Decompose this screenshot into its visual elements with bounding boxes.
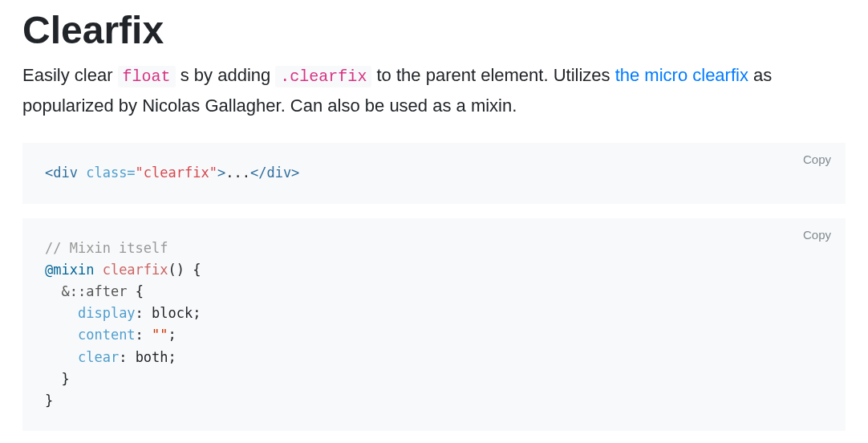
code-token: { [136,283,144,299]
inline-code-clearfix: .clearfix [275,66,371,87]
copy-button[interactable]: Copy [803,152,831,166]
code-example-html: Copy <div class="clearfix">...</div> [22,143,846,203]
inline-code-float: float [118,66,176,87]
code-token: } [45,392,53,408]
code-token: <div [45,165,78,181]
code-token: : [136,305,152,321]
code-token: class= [78,165,136,181]
code-token: ; [168,327,176,343]
code-token: </div> [250,165,299,181]
code-token: ... [225,165,250,181]
code-token: ::after [70,283,136,299]
code-token: ; [193,305,201,321]
code-token: () { [168,262,201,278]
lead-text: Easily clear [22,65,118,85]
copy-button[interactable]: Copy [803,228,831,242]
code-token: & [61,283,69,299]
code-token: @mixin [45,262,94,278]
code-token: "clearfix" [136,165,217,181]
code-token: both [136,349,168,365]
code-token [45,283,61,299]
lead-text: to the parent element. Utilizes [371,65,614,85]
code-content: <div class="clearfix">...</div> [45,162,823,184]
code-token: } [45,371,70,387]
code-token: block [152,305,193,321]
lead-text: s by adding [176,65,276,85]
code-token: : [136,327,152,343]
code-token [45,327,78,343]
code-token: ; [168,349,176,365]
code-token: clearfix [94,262,168,278]
code-token: > [217,165,225,181]
page-title: Clearfix [22,8,846,52]
micro-clearfix-link[interactable]: the micro clearfix [615,65,748,85]
code-token: "" [152,327,168,343]
lead-paragraph: Easily clear float s by adding .clearfix… [22,60,846,120]
code-token: // Mixin itself [45,240,168,256]
code-content: // Mixin itself @mixin clearfix() { &::a… [45,238,823,413]
code-token: : [119,349,135,365]
code-token [45,305,78,321]
code-token: content [78,327,136,343]
code-token: display [78,305,136,321]
code-example-scss: Copy // Mixin itself @mixin clearfix() {… [22,218,846,432]
code-token: clear [78,349,119,365]
code-token [45,349,78,365]
